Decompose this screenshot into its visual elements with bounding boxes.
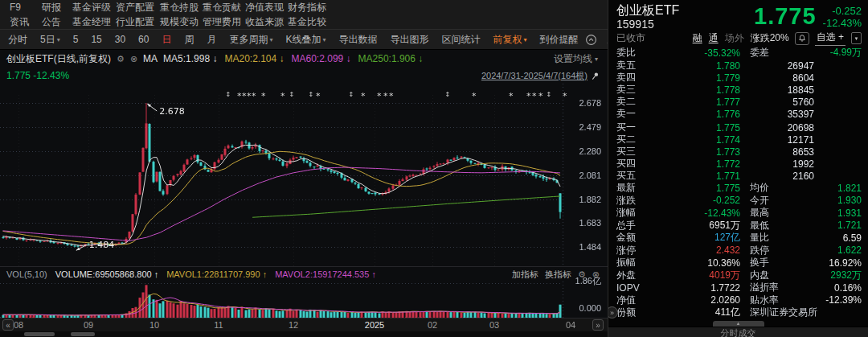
- x-axis-label: 02: [428, 320, 437, 330]
- scroll-left-button[interactable]: «: [2, 319, 14, 331]
- menu-item[interactable]: 净值表现: [245, 1, 288, 14]
- watchlist-caret-button[interactable]: ▼: [851, 32, 862, 44]
- toolbar-item[interactable]: 5日▾: [34, 33, 67, 47]
- menu-item[interactable]: 研报: [42, 1, 72, 14]
- indicator-settings-gear-icon[interactable]: ⚙: [117, 54, 125, 64]
- toolbar-item[interactable]: 周: [178, 33, 200, 47]
- scrollbar-handle[interactable]: [24, 332, 55, 336]
- price-axis-label: 2.678: [579, 98, 601, 108]
- price-chart-canvas[interactable]: [0, 84, 608, 266]
- bottom-scrollbar: [0, 331, 608, 337]
- price-axis-label: 1.882: [579, 195, 601, 204]
- menu-item[interactable]: 资产配置: [116, 1, 160, 14]
- chart-title: 创业板ETF(日线,前复权): [6, 52, 111, 66]
- tag-plain[interactable]: 涨跌20%: [751, 31, 789, 45]
- toolbar-item[interactable]: 15: [84, 34, 108, 45]
- tag-link[interactable]: 通: [709, 31, 719, 45]
- volume-legend-row: VOL(5,10) VOLUME:69505868.800 ↑ MAVOL1:2…: [0, 266, 608, 282]
- ask-levels: 卖五1.78026947卖四1.7798604卖三1.77818845卖二1.7…: [608, 60, 868, 120]
- indicator-close-icon[interactable]: ⊗: [130, 54, 137, 64]
- toolbar-item[interactable]: 60: [132, 34, 155, 45]
- stat-row: 涨跌-0.252今开1.930: [608, 195, 868, 208]
- price-axis-label: 2.479: [579, 122, 601, 132]
- ask-row[interactable]: 卖四1.7798604: [608, 72, 868, 84]
- instrument-name: 创业板ETF: [616, 2, 754, 18]
- toolbar-item[interactable]: 前复权▾: [487, 33, 534, 47]
- menu-item[interactable]: 收益来源: [245, 15, 288, 29]
- tag-link[interactable]: 融: [693, 31, 702, 45]
- bid-levels: 买一1.77520698买二1.77412171买三1.7738653买四1.7…: [608, 121, 868, 182]
- stat-row: IOPV1.7722溢折率0.16%: [608, 282, 868, 294]
- menu-item[interactable]: 行业配置: [116, 15, 160, 29]
- switch-indicator-button[interactable]: 换指标: [545, 269, 571, 281]
- menu-item[interactable]: 资讯: [10, 15, 42, 29]
- volume-axis-min: 0.000: [579, 303, 601, 313]
- panel-collapse-handle[interactable]: ▲: [713, 321, 764, 327]
- volume-chart-canvas[interactable]: [0, 282, 608, 318]
- time-axis: « 08091011122025020304 »: [0, 318, 608, 331]
- bid-row[interactable]: 买三1.7738653: [608, 146, 868, 158]
- pin-icon[interactable]: [591, 72, 600, 80]
- ma-legend-item: MA20:2.104 ↓: [224, 53, 284, 64]
- ma-settings-button[interactable]: 设置均线▾: [554, 52, 598, 66]
- bid-row[interactable]: 买一1.77520698: [608, 121, 868, 134]
- toolbar-item[interactable]: 5: [67, 34, 85, 45]
- tag-dim[interactable]: 场外: [725, 31, 744, 45]
- toolbar-item[interactable]: 30: [108, 34, 132, 45]
- menu-item[interactable]: 财务指标: [288, 1, 608, 14]
- mavol1-value: MAVOL1:22811707.990 ↑: [166, 269, 267, 279]
- volume-chart-area: 1.86亿 0.000: [0, 282, 608, 318]
- alert-bell-button[interactable]: [795, 32, 809, 45]
- menu-item[interactable]: 重仓贡献: [203, 1, 245, 14]
- chart-legend-row: 创业板ETF(日线,前复权) ⚙ ⊗ MA MA5:1.998 ↓MA20:2.…: [0, 50, 608, 68]
- toolbar-item[interactable]: K线叠加▾: [279, 33, 332, 47]
- instrument-code: 159915: [616, 18, 754, 31]
- add-indicator-button[interactable]: 加指标: [512, 269, 538, 281]
- toolbar-item[interactable]: 到价提醒: [534, 33, 585, 47]
- ask-row[interactable]: 卖三1.77818845: [608, 84, 868, 96]
- ma-legend: MA5:1.998 ↓MA20:2.104 ↓MA60:2.099 ↓MA250…: [163, 53, 423, 64]
- ma-legend-item: MA250:1.906 ↓: [358, 53, 424, 64]
- stat-row: 净值2.0260贴水率-12.39%: [608, 294, 868, 307]
- ask-row[interactable]: 卖一1.77635397: [608, 108, 868, 120]
- bid-row[interactable]: 买四1.7721992: [608, 158, 868, 170]
- ask-row[interactable]: 卖五1.78026947: [608, 60, 868, 72]
- x-axis-label: 04: [566, 320, 575, 330]
- price-axis-label: 2.081: [579, 171, 601, 180]
- toolbar-item[interactable]: 分时: [2, 33, 34, 47]
- menu-item[interactable]: 公告: [42, 15, 72, 29]
- market-status: 已收市: [616, 31, 645, 45]
- scroll-right-button[interactable]: »: [592, 319, 604, 331]
- bid-row[interactable]: 买二1.77412171: [608, 134, 868, 146]
- ask-row[interactable]: 卖二1.7775760: [608, 96, 868, 108]
- stat-row: 总手6951万最低1.721: [608, 220, 868, 232]
- menu-item[interactable]: 基金评级: [72, 1, 116, 14]
- weibi-value: -35.32%: [653, 47, 740, 59]
- menu-item[interactable]: 基金比较: [288, 15, 608, 29]
- menu-item[interactable]: F9: [10, 2, 42, 13]
- scrollbar-handle[interactable]: [71, 332, 95, 336]
- stat-row: 金额127亿量比6.59: [608, 232, 868, 245]
- toolbar-item[interactable]: 更多周期▾: [223, 33, 279, 47]
- menu-item[interactable]: 重仓持股: [160, 1, 203, 14]
- toolbar-item[interactable]: 导出数据: [333, 33, 384, 47]
- tab-tick-trades[interactable]: 分时成交: [608, 327, 868, 337]
- toolbar-item[interactable]: 日: [155, 33, 178, 47]
- chart-subheader-row: 1.775 -12.43% 2024/7/31-2025/4/7(164根): [0, 68, 608, 84]
- menu-item[interactable]: 管理费用: [203, 15, 245, 29]
- x-axis-label: 10: [149, 320, 159, 330]
- price-axis-label: 1.484: [579, 242, 601, 252]
- toolbar-item[interactable]: 导出图形: [384, 33, 436, 47]
- menu-item[interactable]: 规模变动: [160, 15, 203, 29]
- toolbar-item[interactable]: 月: [200, 33, 223, 47]
- toolbar-item[interactable]: 区间统计: [436, 33, 487, 47]
- ma-legend-item: MA60:2.099 ↓: [292, 53, 351, 64]
- bid-row[interactable]: 买五1.7712160: [608, 170, 868, 182]
- x-axis-label: 08: [14, 320, 23, 330]
- quote-panel: 创业板ETF 159915 1.775 -0.252 -12.43% 已收市 融…: [608, 0, 868, 337]
- menu-item[interactable]: 基金经理: [72, 15, 116, 29]
- collapse-circle-icon[interactable]: [585, 34, 597, 46]
- date-range-link[interactable]: 2024/7/31-2025/4/7(164根): [481, 70, 588, 82]
- volume-axis-max: 1.86亿: [575, 276, 601, 286]
- add-watchlist-button[interactable]: 自选 +: [815, 31, 845, 46]
